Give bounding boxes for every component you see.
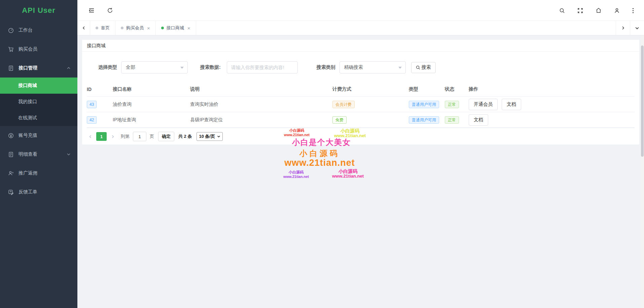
chevron-up-icon (67, 66, 71, 70)
page-size-value: 10 条/页 (199, 133, 215, 140)
col-id: ID (87, 82, 113, 97)
collapse-menu-icon[interactable] (88, 7, 95, 14)
caret-down-icon (217, 135, 220, 138)
type-filter-label: 选择类型 (98, 64, 117, 70)
caret-down-icon (398, 67, 402, 69)
sidebar-item-label: 接口管理 (19, 65, 67, 71)
header-actions (559, 0, 634, 21)
sidebar-item-label: 推广返佣 (19, 170, 71, 176)
main-content: 接口商城 选择类型 全部 搜索数据: 搜索类别 精确搜索 搜索 ID (77, 35, 644, 308)
api-description: 县级IP查询定位 (190, 117, 223, 122)
close-icon[interactable]: × (147, 26, 150, 31)
total-count-label: 共 2 条 (178, 133, 192, 140)
tab-home[interactable]: 首页 (90, 21, 115, 35)
type-badge: 普通用户可用 (409, 101, 439, 108)
scrollbar-thumb[interactable] (641, 45, 644, 157)
sidebar: API User 工作台 购买会员 接口管理 接口商城 我的接口 在线测试 (0, 0, 77, 308)
col-status: 状态 (445, 82, 469, 97)
page-size-select[interactable]: 10 条/页 (196, 132, 223, 141)
api-name: IP地址查询 (113, 117, 136, 122)
col-description: 说明 (190, 82, 332, 97)
sidebar-item-buy-membership[interactable]: 购买会员 (0, 40, 77, 59)
sidebar-submenu-api: 接口商城 我的接口 在线测试 (0, 78, 77, 126)
sidebar-item-account-recharge[interactable]: 账号充值 (0, 126, 77, 145)
table-header-row: ID 接口名称 说明 计费方式 类型 状态 操作 (87, 82, 635, 97)
sidebar-item-label: 工作台 (19, 27, 71, 33)
sidebar-item-label: 明细查看 (19, 151, 67, 157)
type-select[interactable]: 全部 (121, 61, 188, 73)
tab-dot (96, 27, 98, 29)
goto-suffix-label: 页 (150, 133, 154, 140)
close-icon[interactable]: × (187, 26, 190, 31)
sidebar-item-label: 我的接口 (18, 99, 37, 105)
sidebar-item-online-test[interactable]: 在线测试 (0, 110, 77, 126)
goto-page-input[interactable] (133, 132, 146, 141)
more-icon[interactable] (632, 8, 634, 13)
refresh-icon[interactable] (107, 7, 113, 13)
sidebar-item-feedback-ticket[interactable]: 反馈工单 (0, 183, 77, 202)
tab-label: 首页 (101, 25, 110, 31)
api-table: ID 接口名称 说明 计费方式 类型 状态 操作 43 油价查询 查询实时油价 … (87, 82, 635, 128)
sidebar-item-workbench[interactable]: 工作台 (0, 21, 77, 40)
billing-badge: 会员计费 (332, 101, 355, 108)
search-input[interactable] (227, 61, 298, 73)
sidebar-item-detail-view[interactable]: 明细查看 (0, 145, 77, 164)
goto-prefix-label: 到第 (121, 133, 130, 140)
pagination: 1 到第 页 确定 共 2 条 10 条/页 (87, 128, 635, 141)
home-icon[interactable] (596, 7, 602, 13)
filter-row: 选择类型 全部 搜索数据: 搜索类别 精确搜索 搜索 (98, 61, 639, 73)
tab-spacer (196, 21, 616, 35)
id-badge: 42 (87, 116, 97, 124)
dashboard-icon (8, 28, 14, 33)
yen-icon (8, 133, 14, 138)
api-description: 查询实时油价 (190, 101, 218, 107)
tab-buy-membership[interactable]: 购买会员 × (115, 21, 156, 35)
next-page-icon[interactable] (109, 135, 116, 138)
sidebar-item-label: 反馈工单 (19, 189, 71, 195)
chevron-down-icon (67, 152, 71, 156)
tab-api-mall[interactable]: 接口商城 × (156, 21, 196, 35)
table-row: 43 油价查询 查询实时油价 会员计费 普通用户可用 正常 开通会员 文档 (87, 97, 635, 112)
open-membership-button[interactable]: 开通会员 (469, 99, 498, 110)
docs-button[interactable]: 文档 (502, 99, 521, 110)
search-category-label: 搜索类别 (317, 64, 335, 70)
tab-bar: 首页 购买会员 × 接口商城 × (77, 21, 644, 35)
col-name: 接口名称 (113, 82, 190, 97)
search-data-label: 搜索数据: (200, 64, 221, 70)
col-billing: 计费方式 (332, 82, 409, 97)
docs-button[interactable]: 文档 (469, 114, 488, 126)
api-mall-card: 接口商城 选择类型 全部 搜索数据: 搜索类别 精确搜索 搜索 ID (82, 40, 639, 145)
vertical-scrollbar[interactable] (641, 35, 644, 308)
search-button[interactable]: 搜索 (411, 62, 436, 73)
top-header (77, 0, 644, 21)
prev-page-icon[interactable] (87, 135, 94, 138)
page-number-button[interactable]: 1 (96, 132, 107, 141)
tabs-menu-icon[interactable] (630, 21, 644, 35)
tabs-scroll-left-icon[interactable] (77, 21, 90, 35)
app-logo: API User (0, 0, 77, 21)
type-badge: 普通用户可用 (409, 116, 439, 124)
sidebar-item-api-mall[interactable]: 接口商城 (0, 78, 77, 94)
tabs-scroll-right-icon[interactable] (616, 21, 630, 35)
ticket-icon (8, 189, 14, 195)
search-category-select[interactable]: 精确搜索 (339, 61, 406, 73)
fullscreen-icon[interactable] (577, 8, 583, 13)
billing-badge: 免费 (332, 116, 347, 124)
caret-down-icon (180, 67, 184, 69)
cart-icon (8, 47, 14, 52)
tab-dot (121, 27, 123, 29)
confirm-button[interactable]: 确定 (158, 132, 174, 141)
col-type: 类型 (409, 82, 445, 97)
search-icon (416, 65, 420, 70)
search-button-label: 搜索 (422, 64, 431, 70)
sidebar-item-label: 接口商城 (18, 83, 37, 89)
sidebar-item-api-management[interactable]: 接口管理 (0, 59, 77, 78)
status-badge: 正常 (445, 116, 459, 124)
tab-label: 接口商城 (167, 25, 184, 31)
search-icon[interactable] (559, 8, 565, 13)
user-icon[interactable] (614, 8, 620, 13)
sidebar-item-my-apis[interactable]: 我的接口 (0, 94, 77, 110)
list-icon (8, 152, 14, 157)
sidebar-item-label: 在线测试 (18, 115, 37, 121)
sidebar-item-referral[interactable]: 推广返佣 (0, 164, 77, 183)
